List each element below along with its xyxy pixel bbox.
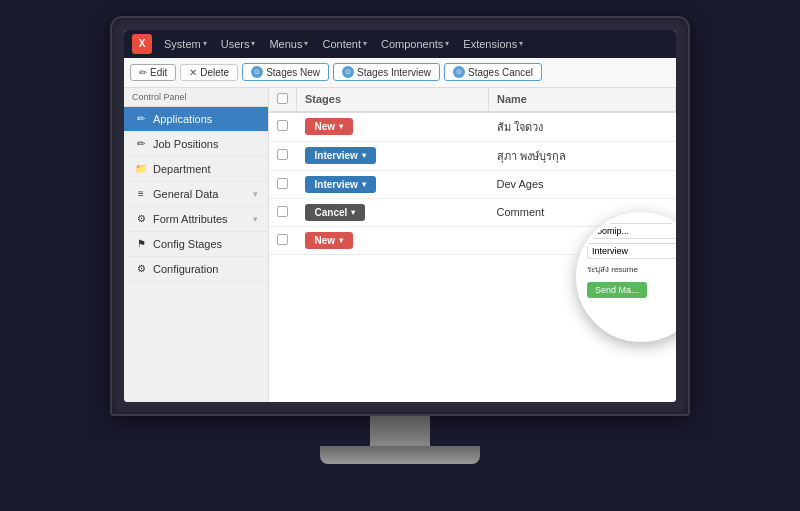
table-row: Interview ▾ สุภา พงษ์บุรกุล bbox=[269, 141, 676, 170]
new-stage-button-2[interactable]: New ▾ bbox=[305, 232, 354, 249]
sidebar-item-configuration[interactable]: ⚙ Configuration bbox=[124, 257, 268, 282]
table-row: New ▾ ส้ม ใจดวง bbox=[269, 112, 676, 142]
stages-interview-button[interactable]: ⊙ Stages Interview bbox=[333, 63, 440, 81]
edit-icon: ✏ bbox=[139, 67, 147, 78]
popup-note-text: ระบุส่ง resume bbox=[587, 263, 676, 276]
menus-chevron-icon: ▾ bbox=[304, 39, 308, 48]
edit-button[interactable]: ✏ Edit bbox=[130, 64, 176, 81]
row-checkbox-cell bbox=[269, 141, 297, 170]
header-checkbox-col bbox=[269, 88, 297, 112]
send-mail-button[interactable]: Send Ma... bbox=[587, 282, 647, 298]
sidebar-control-panel: Control Panel bbox=[124, 88, 268, 107]
content-chevron-icon: ▾ bbox=[363, 39, 367, 48]
components-chevron-icon: ▾ bbox=[445, 39, 449, 48]
stage-cell-2: Interview ▾ bbox=[297, 141, 489, 170]
sidebar-item-general-data[interactable]: ≡ General Data ▾ bbox=[124, 182, 268, 207]
job-positions-icon: ✏ bbox=[134, 138, 148, 149]
stages-new-icon: ⊙ bbox=[251, 66, 263, 78]
nav-item-extensions[interactable]: Extensions ▾ bbox=[457, 36, 529, 52]
sidebar-item-config-stages[interactable]: ⚑ Config Stages bbox=[124, 232, 268, 257]
row-checkbox-cell bbox=[269, 226, 297, 254]
name-cell-3: Dev Ages bbox=[489, 170, 676, 198]
new-btn-caret-icon: ▾ bbox=[339, 122, 343, 131]
name-cell-2: สุภา พงษ์บุรกุล bbox=[489, 141, 676, 170]
nav-logo: X bbox=[132, 34, 152, 54]
table-row: Interview ▾ Dev Ages bbox=[269, 170, 676, 198]
interview-btn-caret-icon-2: ▾ bbox=[362, 180, 366, 189]
sidebar-item-form-attributes[interactable]: ⚙ Form Attributes ▾ bbox=[124, 207, 268, 232]
interview-btn-caret-icon-1: ▾ bbox=[362, 151, 366, 160]
monitor-bezel: X System ▾ Users ▾ Menus ▾ Content bbox=[110, 16, 690, 416]
users-chevron-icon: ▾ bbox=[251, 39, 255, 48]
form-attributes-arrow-icon: ▾ bbox=[253, 214, 258, 224]
row-checkbox-cell bbox=[269, 170, 297, 198]
screen-inner: X System ▾ Users ▾ Menus ▾ Content bbox=[124, 30, 676, 402]
table-header: Stages Name bbox=[269, 88, 676, 112]
monitor-neck bbox=[370, 416, 430, 446]
content-area: Stages Name bbox=[269, 88, 676, 402]
stage-cell-3: Interview ▾ bbox=[297, 170, 489, 198]
screen: X System ▾ Users ▾ Menus ▾ Content bbox=[124, 30, 676, 402]
extensions-chevron-icon: ▾ bbox=[519, 39, 523, 48]
config-stages-icon: ⚑ bbox=[134, 238, 148, 249]
header-name: Name bbox=[489, 88, 676, 112]
nav-item-menus[interactable]: Menus ▾ bbox=[263, 36, 314, 52]
popup-name-value: poomip... bbox=[587, 223, 676, 239]
toolbar: ✏ Edit ✕ Delete ⊙ Stages New ⊙ Stages In… bbox=[124, 58, 676, 88]
sidebar-item-job-positions[interactable]: ✏ Job Positions bbox=[124, 132, 268, 157]
row-checkbox-1[interactable] bbox=[277, 120, 288, 131]
monitor-base bbox=[320, 446, 480, 464]
sidebar: Control Panel ✏ Applications ✏ Job Posit… bbox=[124, 88, 269, 402]
sidebar-item-department[interactable]: 📁 Department bbox=[124, 157, 268, 182]
stages-cancel-button[interactable]: ⊙ Stages Cancel bbox=[444, 63, 542, 81]
main-area: Control Panel ✏ Applications ✏ Job Posit… bbox=[124, 88, 676, 402]
nav-item-content[interactable]: Content ▾ bbox=[316, 36, 373, 52]
general-data-icon: ≡ bbox=[134, 188, 148, 199]
header-checkbox[interactable] bbox=[277, 93, 288, 104]
row-checkbox-2[interactable] bbox=[277, 149, 288, 160]
row-checkbox-5[interactable] bbox=[277, 234, 288, 245]
interview-stage-button-2[interactable]: Interview ▾ bbox=[305, 176, 376, 193]
row-checkbox-cell bbox=[269, 112, 297, 142]
delete-button[interactable]: ✕ Delete bbox=[180, 64, 238, 81]
stages-interview-icon: ⊙ bbox=[342, 66, 354, 78]
row-checkbox-cell bbox=[269, 198, 297, 226]
top-nav-bar: X System ▾ Users ▾ Menus ▾ Content bbox=[124, 30, 676, 58]
department-icon: 📁 bbox=[134, 163, 148, 174]
stage-cell-1: New ▾ bbox=[297, 112, 489, 142]
new-stage-button-1[interactable]: New ▾ bbox=[305, 118, 354, 135]
popup-note-field: ระบุส่ง resume bbox=[587, 263, 676, 276]
nav-item-system[interactable]: System ▾ bbox=[158, 36, 213, 52]
form-attributes-icon: ⚙ bbox=[134, 213, 148, 224]
cancel-stage-button[interactable]: Cancel ▾ bbox=[305, 204, 366, 221]
applications-icon: ✏ bbox=[134, 113, 148, 124]
system-chevron-icon: ▾ bbox=[203, 39, 207, 48]
stages-cancel-icon: ⊙ bbox=[453, 66, 465, 78]
stages-new-button[interactable]: ⊙ Stages New bbox=[242, 63, 329, 81]
nav-item-components[interactable]: Components ▾ bbox=[375, 36, 455, 52]
popup-stage-value: Interview bbox=[587, 243, 676, 259]
nav-item-users[interactable]: Users ▾ bbox=[215, 36, 262, 52]
row-checkbox-3[interactable] bbox=[277, 178, 288, 189]
delete-icon: ✕ bbox=[189, 67, 197, 78]
popup-stage-field: Interview bbox=[587, 243, 676, 259]
general-data-arrow-icon: ▾ bbox=[253, 189, 258, 199]
cancel-btn-caret-icon: ▾ bbox=[351, 208, 355, 217]
sidebar-item-applications[interactable]: ✏ Applications bbox=[124, 107, 268, 132]
new-btn-caret-icon-2: ▾ bbox=[339, 236, 343, 245]
name-cell-1: ส้ม ใจดวง bbox=[489, 112, 676, 142]
header-stages: Stages bbox=[297, 88, 489, 112]
configuration-icon: ⚙ bbox=[134, 263, 148, 274]
interview-stage-button-1[interactable]: Interview ▾ bbox=[305, 147, 376, 164]
stage-cell-4: Cancel ▾ bbox=[297, 198, 489, 226]
monitor-wrapper: X System ▾ Users ▾ Menus ▾ Content bbox=[90, 16, 710, 496]
popup-name-field: poomip... bbox=[587, 223, 676, 239]
row-checkbox-4[interactable] bbox=[277, 206, 288, 217]
stage-cell-5: New ▾ bbox=[297, 226, 489, 254]
